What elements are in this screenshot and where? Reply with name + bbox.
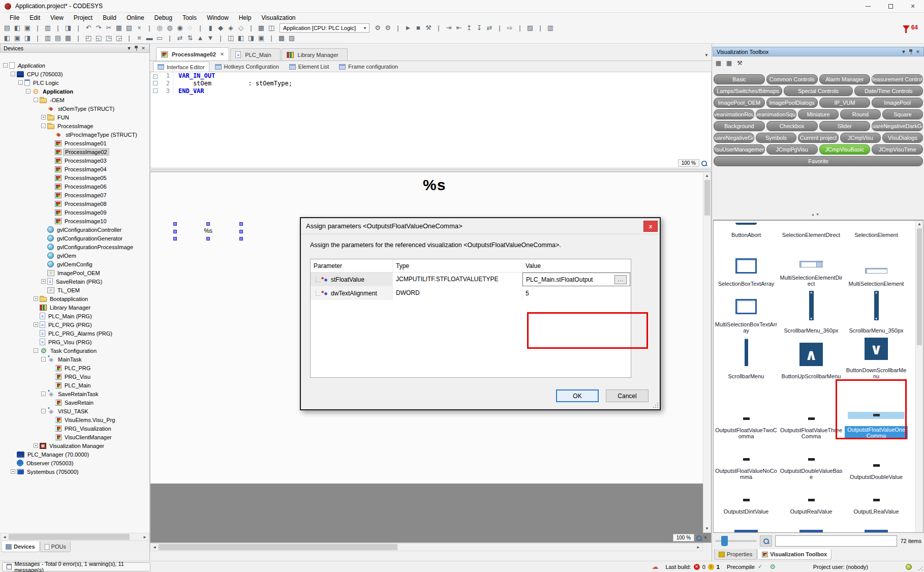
minimize-button[interactable]: [857, 0, 879, 13]
category-tab[interactable]: SquareNegativeDarkGrey: [872, 121, 923, 131]
navigator-tab[interactable]: Devices: [1, 541, 40, 552]
parameter-row[interactable]: dwTextAlignment DWORD 5: [311, 286, 631, 300]
toolbar-icon[interactable]: |: [215, 34, 226, 42]
canvas-horizontal-scrollbar[interactable]: ◄ ►: [150, 543, 703, 551]
toolbar-icon[interactable]: |: [165, 34, 175, 42]
menu-item[interactable]: Window: [202, 13, 233, 22]
tree-item[interactable]: PRG_Visualization: [0, 424, 149, 433]
category-tab[interactable]: JCmpPgVisu: [766, 144, 818, 155]
parameter-value[interactable]: PLC_Main.stFloatOutput: [526, 273, 593, 286]
tree-item[interactable]: ProcessImage06: [0, 182, 149, 191]
tree-item[interactable]: VisuElems.Visu_Prg: [0, 415, 149, 424]
toolbar-icon[interactable]: ▣: [22, 24, 33, 32]
column-header-parameter[interactable]: Parameter: [311, 259, 393, 272]
tree-item[interactable]: Observer (705003): [0, 459, 149, 467]
category-tab[interactable]: VisuUserManagement: [714, 144, 765, 155]
category-tab[interactable]: Background: [714, 121, 765, 131]
scroll-right-icon[interactable]: ►: [694, 545, 702, 550]
toolbar-icon[interactable]: ⚙: [383, 24, 393, 32]
toolbox-item[interactable]: SelectionElement: [844, 221, 909, 240]
toolbox-item[interactable]: OutputstFloatValueTwoComma: [714, 381, 779, 441]
toolbar-icon[interactable]: ▦: [63, 34, 73, 42]
items-vertical-scrollbar[interactable]: ▲: [915, 221, 923, 533]
expand-toggle-icon[interactable]: -: [11, 72, 15, 76]
toolbar-icon[interactable]: |: [144, 24, 155, 32]
dialog-resize-grip[interactable]: [653, 402, 659, 408]
toolbar-icon[interactable]: ↧: [474, 24, 484, 32]
parameter-value[interactable]: 5: [526, 287, 529, 300]
expand-toggle-icon[interactable]: -: [41, 357, 46, 362]
toolbar-icon[interactable]: ▭: [155, 34, 165, 42]
category-tab[interactable]: Slider: [819, 121, 871, 131]
toolbar-icon[interactable]: |: [33, 34, 43, 42]
expand-toggle-icon[interactable]: -: [26, 89, 30, 94]
toolbar-icon[interactable]: ↥: [464, 24, 474, 32]
tree-item[interactable]: ImagePool_OEM: [0, 268, 149, 277]
toolbox-item[interactable]: SelectionBoxTextArray: [714, 240, 779, 289]
tree-item[interactable]: + FUN: [0, 113, 149, 122]
tree-item[interactable]: PLC_Main (PRG): [0, 312, 149, 320]
menu-item[interactable]: Tools: [178, 13, 201, 22]
tree-item[interactable]: TL_OEM: [0, 286, 149, 294]
toolbar-icon[interactable]: ⚙: [373, 24, 383, 32]
chevron-down-icon[interactable]: ▼: [703, 535, 707, 540]
category-tab[interactable]: JCmpVisuBasic: [819, 144, 871, 155]
maximize-button[interactable]: [879, 0, 902, 13]
category-tab[interactable]: Alarm Manager: [819, 74, 871, 84]
toolbar-icon[interactable]: ◈: [226, 24, 236, 32]
code-zoom-control[interactable]: 100 %: [678, 159, 707, 167]
toolbar-icon[interactable]: ▩: [256, 24, 266, 32]
toolbar-icon[interactable]: ◫: [226, 34, 236, 42]
selected-visu-element[interactable]: %s: [173, 222, 243, 240]
category-tab[interactable]: Special Controls: [784, 86, 852, 96]
tree-item[interactable]: PLC_PRG: [0, 364, 149, 372]
expand-toggle-icon[interactable]: -: [41, 124, 46, 128]
toolbar-icon[interactable]: ◨: [63, 24, 73, 32]
expand-toggle-icon[interactable]: -: [18, 80, 23, 85]
tree-item[interactable]: PLC_Main: [0, 381, 149, 389]
category-tab[interactable]: Miniature: [798, 109, 839, 119]
menu-item[interactable]: Project: [69, 13, 97, 22]
column-header-type[interactable]: Type: [393, 259, 522, 272]
toolbox-item[interactable]: OutputstDintValue: [714, 482, 779, 517]
tree-item[interactable]: PLC_PRG_Alarms (PRG): [0, 329, 149, 338]
cloud-status-icon[interactable]: ☁: [652, 563, 658, 570]
category-tab[interactable]: IP_VUM: [819, 98, 871, 108]
pin-icon[interactable]: [133, 45, 140, 52]
toolbar-icon[interactable]: ▥: [545, 24, 556, 32]
category-tab[interactable]: Checkbox: [766, 121, 818, 131]
toolbar-icon[interactable]: |: [73, 24, 83, 32]
toolbox-item[interactable]: OutputstFloatValueNoComma: [714, 441, 779, 482]
resize-handle[interactable]: [206, 237, 210, 240]
scroll-right-icon[interactable]: ►: [141, 535, 149, 539]
tree-item[interactable]: gvlConfigurationController: [0, 225, 149, 234]
toolbar-icon[interactable]: ◍: [165, 24, 175, 32]
tree-item[interactable]: ProcessImage04: [0, 165, 149, 173]
tree-item[interactable]: + Bootapplication: [0, 294, 149, 303]
toolbox-item[interactable]: MultiSelectionElementDirect: [779, 240, 844, 289]
toolbar-icon[interactable]: ◉: [175, 24, 185, 32]
tree-item[interactable]: - SaveRetainTask: [0, 389, 149, 398]
toolbox-item[interactable]: ∧ButtonUpScrollbarMenu: [779, 336, 844, 381]
expand-toggle-icon[interactable]: -: [3, 63, 8, 68]
messages-status-button[interactable]: Messages - Total 0 error(s), 1 warning(s…: [2, 562, 150, 571]
toolbar-icon[interactable]: ◧: [236, 34, 246, 42]
toolbar-icon[interactable]: ▮: [205, 24, 215, 32]
toolbox-item[interactable]: ScrollbarMenu_350px: [844, 289, 909, 336]
category-tab[interactable]: Symbols: [756, 133, 796, 143]
toolbar-icon[interactable]: ⚒: [423, 24, 434, 32]
toolbar-icon[interactable]: ◇: [236, 24, 246, 32]
toolbar-icon[interactable]: ◎: [155, 24, 165, 32]
toolbar-icon[interactable]: |: [33, 24, 43, 32]
toolbox-toolbar-icon[interactable]: ⚒: [735, 59, 744, 67]
tree-item[interactable]: ProcessImage07: [0, 191, 149, 199]
document-tab[interactable]: PLC_Main: [230, 48, 280, 61]
parameter-row[interactable]: stFloatValue JCMPUTILITF.STFLOATVALUETYP…: [311, 273, 631, 286]
toolbar-icon[interactable]: |: [195, 24, 205, 32]
toolbox-item[interactable]: ScrollbarMenu: [714, 336, 779, 381]
toolbar-icon[interactable]: ◨: [246, 34, 256, 42]
toolbar-icon[interactable]: |: [515, 24, 525, 32]
resize-handle[interactable]: [173, 237, 177, 240]
category-tab[interactable]: JCmpVisu: [840, 133, 881, 143]
editor-sub-tab[interactable]: Hotkeys Configuration: [210, 62, 284, 72]
